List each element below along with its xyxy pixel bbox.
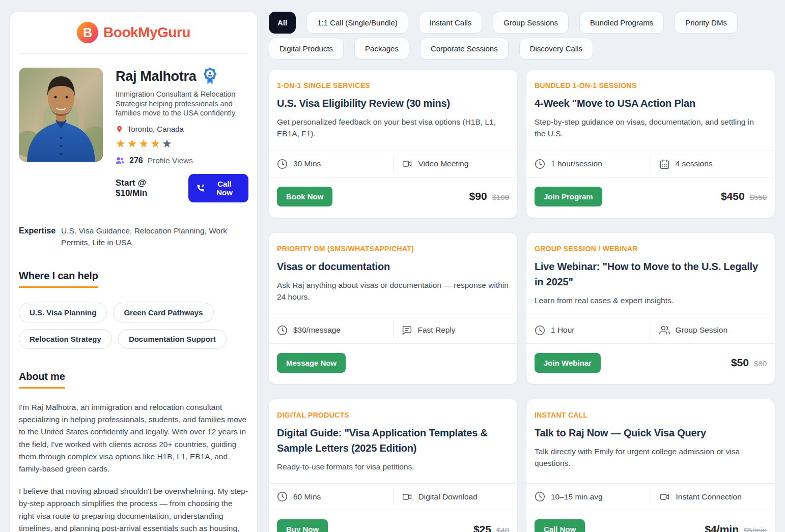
service-card: BUNDLED 1-ON-1 SESSIONS 4-Week "Move to …	[526, 70, 775, 218]
card-title: U.S. Visa Eligibility Review (30 mins)	[277, 96, 509, 111]
filter-chip-packages[interactable]: Packages	[354, 38, 409, 60]
card-description: Ask Raj anything about visas or document…	[277, 279, 509, 303]
help-tag[interactable]: Relocation Strategy	[19, 329, 112, 349]
book-now-button[interactable]: Book Now	[277, 187, 332, 206]
service-card: 1-ON-1 SINGLE SERVICES U.S. Visa Eligibi…	[269, 70, 517, 218]
profile-summary: Raj Malhotra	[19, 68, 248, 202]
card-category: GROUP SESSION / WEBINAR	[535, 245, 767, 253]
expertise-value: U.S. Visa Guidance, Relocation Planning,…	[61, 225, 248, 249]
help-tag[interactable]: Documentation Support	[118, 329, 227, 349]
card-price: $450	[721, 190, 745, 202]
join-webinar-button[interactable]: Join Webinar	[535, 353, 601, 373]
card-title: Visas or documentation	[277, 259, 509, 274]
service-card: INSTANT CALL Talk to Raj Now — Quick Vis…	[526, 399, 775, 532]
service-card: DIGITAL PRODUCTS Digital Guide: "Visa Ap…	[269, 399, 517, 532]
card-description: Talk directly with Emily for urgent coll…	[535, 446, 767, 469]
star-icon: ★	[127, 137, 139, 150]
clock-icon	[535, 491, 545, 502]
verified-badge-icon	[203, 68, 217, 85]
card-title: Live Webinar: "How to Move to the U.S. L…	[535, 259, 767, 289]
filter-chip-all[interactable]: All	[269, 12, 296, 34]
card-old-price: $550	[750, 193, 767, 201]
star-icon: ★	[150, 137, 162, 150]
card-description: Learn from real cases & expert insights.	[535, 294, 767, 306]
profile-name: Raj Malhotra	[116, 69, 196, 84]
help-section: Where I can help U.S. Visa Planning Gree…	[19, 270, 248, 349]
filter-chip-discovery-calls[interactable]: Discovery Calls	[519, 38, 593, 60]
about-section-title: About me	[19, 371, 65, 389]
filter-chip-corporate-sessions[interactable]: Corporate Sessions	[420, 38, 509, 60]
card-description: Ready-to-use formats for visa petitions.	[277, 461, 509, 472]
call-now-button[interactable]: Call Now	[188, 174, 248, 202]
calendar-icon	[659, 159, 670, 169]
service-card: PRIORITY DM (SMS/WHATSAPP/CHAT) Visas or…	[269, 233, 517, 384]
filter-chip-group-sessions[interactable]: Group Sessions	[493, 12, 569, 34]
profile-views-icon	[116, 157, 125, 164]
brand-header: B BookMyGuru	[19, 12, 248, 54]
profile-views-count: 276	[129, 156, 143, 165]
location-pin-icon	[116, 125, 123, 134]
help-tag[interactable]: U.S. Visa Planning	[19, 303, 107, 322]
card-category: INSTANT CALL	[535, 411, 767, 419]
join-program-button[interactable]: Join Program	[535, 187, 602, 206]
profile-views-label: Profile Views	[148, 156, 193, 165]
card-price: $50	[731, 357, 749, 369]
card-old-price: $40	[496, 526, 509, 532]
star-icon: ★	[138, 137, 150, 150]
message-now-button[interactable]: Message Now	[277, 353, 346, 373]
star-icon: ★	[116, 137, 127, 150]
chat-icon	[402, 325, 412, 336]
filter-chip-1-1-call[interactable]: 1:1 Call (Single/Bundle)	[306, 12, 408, 34]
profile-photo-art	[19, 68, 103, 162]
clock-icon	[277, 325, 288, 336]
about-paragraph: I believe that moving abroad shouldn't b…	[19, 485, 248, 532]
card-duration: 30 Mins	[293, 159, 321, 168]
profile-photo	[19, 68, 103, 162]
card-category: PRIORITY DM (SMS/WHATSAPP/CHAT)	[277, 245, 509, 253]
call-now-label: Call Now	[209, 180, 240, 197]
starting-rate: Start @ $10/Min	[116, 178, 179, 198]
card-mode: Instant Connection	[676, 492, 742, 501]
service-card: GROUP SESSION / WEBINAR Live Webinar: "H…	[526, 233, 775, 384]
clock-icon	[277, 491, 288, 502]
expertise-label: Expertise	[19, 225, 55, 249]
card-mode: Digital Download	[418, 492, 478, 501]
clock-icon	[535, 325, 545, 336]
services-panel: All 1:1 Call (Single/Bundle) Instant Cal…	[269, 12, 775, 532]
card-title: Digital Guide: "Visa Application Templat…	[277, 425, 509, 456]
clock-icon	[277, 159, 288, 169]
card-price: $90	[469, 190, 487, 202]
about-paragraph: I'm Raj Malhotra, an immigration and rel…	[19, 401, 248, 475]
card-old-price: $100	[492, 193, 509, 201]
filter-chip-bundled-programs[interactable]: Bundled Programs	[579, 12, 664, 34]
brand-logo-icon: B	[77, 22, 98, 43]
video-icon	[659, 492, 670, 502]
brand-name: BookMyGuru	[103, 24, 190, 41]
filter-chip-instant-calls[interactable]: Instant Calls	[419, 12, 483, 34]
group-icon	[659, 325, 670, 336]
clock-icon	[535, 159, 545, 169]
card-rate: $30/message	[293, 326, 341, 335]
card-title: Talk to Raj Now — Quick Visa Query	[535, 425, 767, 440]
about-section: About me I'm Raj Malhotra, an immigratio…	[19, 371, 248, 532]
star-icon: ★	[162, 137, 174, 150]
profile-headline: Immigration Consultant & Relocation Stra…	[116, 90, 248, 118]
card-category: DIGITAL PRODUCTS	[277, 411, 509, 419]
card-duration: 1 Hour	[551, 326, 575, 335]
filter-chip-digital-products[interactable]: Digital Products	[269, 38, 344, 60]
card-description: Get personalized feedback on your best v…	[277, 116, 509, 140]
card-old-price: $5/min	[744, 526, 767, 532]
call-now-card-button[interactable]: Call Now	[535, 519, 585, 532]
buy-now-button[interactable]: Buy Now	[277, 519, 328, 532]
card-category: BUNDLED 1-ON-1 SESSIONS	[535, 81, 767, 90]
profile-location: Toronto, Canada	[127, 125, 184, 133]
help-tag[interactable]: Green Card Pathways	[113, 303, 213, 322]
card-price: $25	[473, 523, 491, 532]
card-duration: 1 hour/session	[551, 159, 602, 168]
help-section-title: Where I can help	[19, 270, 98, 288]
card-duration: 60 Mins	[293, 492, 321, 501]
card-old-price: $80	[754, 359, 767, 368]
filter-chip-priority-dms[interactable]: Priority DMs	[675, 12, 738, 34]
card-mode: Group Session	[676, 326, 728, 335]
card-category: 1-ON-1 SINGLE SERVICES	[277, 81, 509, 90]
